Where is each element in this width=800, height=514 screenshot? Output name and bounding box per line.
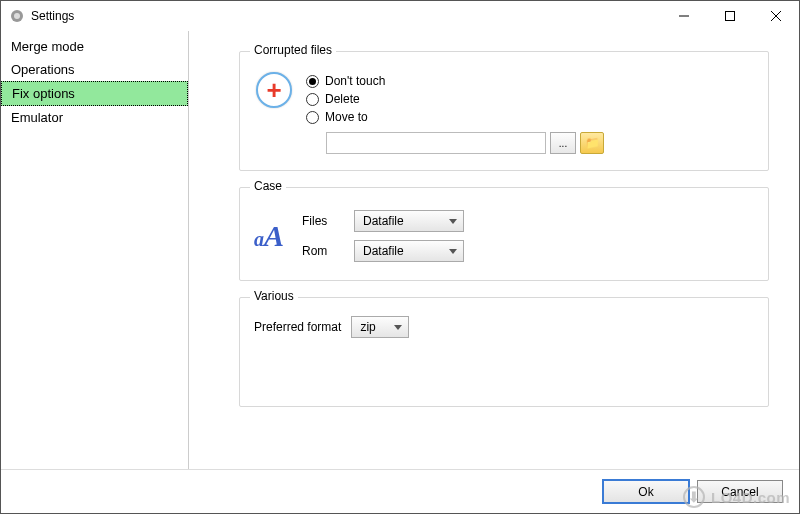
browse-button[interactable]: ... bbox=[550, 132, 576, 154]
sidebar: Merge mode Operations Fix options Emulat… bbox=[1, 31, 189, 469]
minimize-button[interactable] bbox=[661, 1, 707, 31]
radio-input[interactable] bbox=[306, 93, 319, 106]
radio-input[interactable] bbox=[306, 75, 319, 88]
radio-delete[interactable]: Delete bbox=[306, 90, 604, 108]
cancel-button[interactable]: Cancel bbox=[697, 480, 783, 503]
sidebar-item-fix-options[interactable]: Fix options bbox=[1, 81, 188, 106]
settings-window: Settings Merge mode Operations Fix optio… bbox=[0, 0, 800, 514]
ok-button[interactable]: Ok bbox=[603, 480, 689, 503]
radio-dont-touch[interactable]: Don't touch bbox=[306, 72, 604, 90]
maximize-button[interactable] bbox=[707, 1, 753, 31]
titlebar: Settings bbox=[1, 1, 799, 31]
content-panel: Corrupted files + Don't touch Delete bbox=[189, 31, 799, 469]
files-label: Files bbox=[302, 214, 354, 228]
window-title: Settings bbox=[31, 9, 661, 23]
close-button[interactable] bbox=[753, 1, 799, 31]
folder-icon: 📁 bbox=[585, 136, 600, 150]
group-legend: Corrupted files bbox=[250, 43, 336, 57]
dialog-body: Merge mode Operations Fix options Emulat… bbox=[1, 31, 799, 469]
app-icon bbox=[9, 8, 25, 24]
preferred-format-select[interactable]: zip bbox=[351, 316, 409, 338]
radio-label: Delete bbox=[325, 92, 360, 106]
group-various: Various Preferred format zip bbox=[239, 297, 769, 407]
svg-point-1 bbox=[14, 13, 20, 19]
dialog-footer: Ok Cancel bbox=[1, 469, 799, 513]
sidebar-item-merge-mode[interactable]: Merge mode bbox=[1, 35, 188, 58]
rom-label: Rom bbox=[302, 244, 354, 258]
group-legend: Case bbox=[250, 179, 286, 193]
rom-case-select[interactable]: Datafile bbox=[354, 240, 464, 262]
svg-rect-3 bbox=[726, 12, 735, 21]
move-to-path-input[interactable] bbox=[326, 132, 546, 154]
group-case: Case aA Files Datafile Rom Datafile bbox=[239, 187, 769, 281]
files-case-select[interactable]: Datafile bbox=[354, 210, 464, 232]
group-legend: Various bbox=[250, 289, 298, 303]
radio-label: Don't touch bbox=[325, 74, 385, 88]
window-controls bbox=[661, 1, 799, 31]
group-corrupted-files: Corrupted files + Don't touch Delete bbox=[239, 51, 769, 171]
open-folder-button[interactable]: 📁 bbox=[580, 132, 604, 154]
move-to-path-row: ... 📁 bbox=[326, 132, 604, 154]
preferred-format-label: Preferred format bbox=[254, 320, 341, 334]
sidebar-item-emulator[interactable]: Emulator bbox=[1, 106, 188, 129]
case-icon: aA bbox=[254, 219, 302, 253]
sidebar-item-operations[interactable]: Operations bbox=[1, 58, 188, 81]
radio-input[interactable] bbox=[306, 111, 319, 124]
radio-label: Move to bbox=[325, 110, 368, 124]
radio-move-to[interactable]: Move to bbox=[306, 108, 604, 126]
first-aid-icon: + bbox=[256, 72, 292, 108]
